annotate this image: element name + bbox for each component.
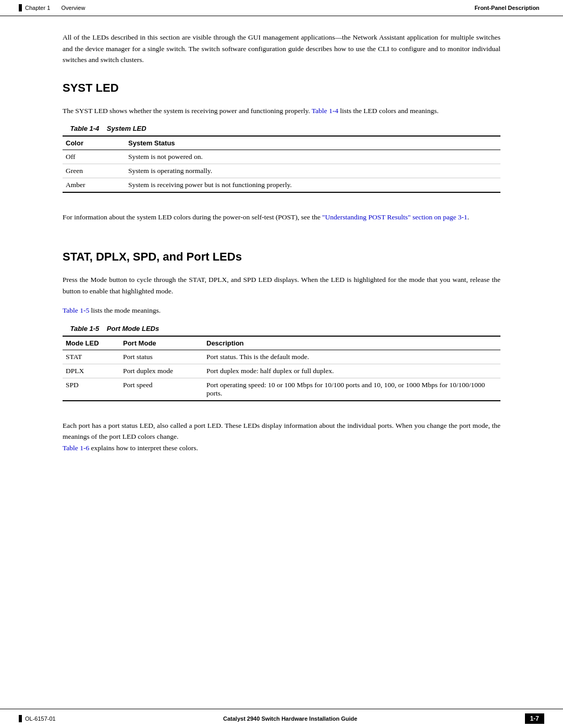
stat-text3-suffix: explains how to interpret these colors. [89, 444, 198, 452]
table-1-5-title: Port Mode LEDs [107, 325, 159, 332]
main-content: All of the LEDs described in this sectio… [0, 21, 563, 493]
table-label-prefix: Table [63, 125, 90, 132]
stat-paragraph1: Press the Mode button to cycle through t… [63, 274, 500, 297]
table-1-5-col3-header: Description [203, 336, 500, 350]
spacer1 [63, 203, 500, 212]
table-1-5: Mode LED Port Mode Description STAT Port… [63, 336, 500, 401]
table-1-5-label: Table 1-5 Port Mode LEDs [63, 325, 500, 332]
header-left-icon [19, 4, 22, 11]
table-1-4-label: Table 1-4 System LED [63, 125, 500, 132]
stat-paragraph3: Each port has a port status LED, also ca… [63, 420, 500, 454]
header-right-label: Front-Panel Description [474, 5, 540, 11]
spacer2 [63, 231, 500, 240]
table-row: Amber System is receiving power but is n… [63, 178, 500, 193]
footer-page-number: 1-7 [525, 713, 544, 724]
stat-text2-suffix: lists the mode meanings. [89, 306, 161, 314]
footer-left-label: OL-6157-01 [25, 715, 56, 722]
stat-row1-col2: Port status [120, 350, 203, 364]
stat-row1-col1: STAT [63, 350, 120, 364]
footer-left: OL-6157-01 [19, 715, 56, 722]
syst-table-row3-col2: System is receiving power but is not fun… [125, 178, 500, 193]
page: Chapter 1 Overview Front-Panel Descripti… [0, 0, 563, 728]
table-1-4-title: System LED [107, 125, 146, 132]
syst-table-row3-col1: Amber [63, 178, 125, 193]
stat-row2-col3: Port duplex mode: half duplex or full du… [203, 364, 500, 378]
syst-table-row1-col1: Off [63, 150, 125, 164]
table-1-5-col1-header: Mode LED [63, 336, 120, 350]
stat-row2-col2: Port duplex mode [120, 364, 203, 378]
stat-text1: Press the Mode button to cycle through t… [63, 276, 500, 295]
footer-center: Catalyst 2940 Switch Hardware Installati… [223, 715, 357, 722]
footer-page-num-text: 1-7 [530, 715, 539, 722]
stat-row2-col1: DPLX [63, 364, 120, 378]
stat-row1-col3: Port status. This is the default mode. [203, 350, 500, 364]
intro-text: All of the LEDs described in this sectio… [63, 33, 500, 64]
post-paragraph: For information about the system LED col… [63, 212, 500, 223]
table-row: STAT Port status Port status. This is th… [63, 350, 500, 364]
post-link[interactable]: "Understanding POST Results" section on … [322, 213, 468, 221]
syst-table-row1-col2: System is not powered on. [125, 150, 500, 164]
header-chapter-title: Overview [61, 5, 85, 11]
stat-text3: Each port has a port status LED, also ca… [63, 422, 500, 441]
syst-led-suffix: lists the LED colors and meanings. [338, 107, 438, 115]
post-text: For information about the system LED col… [63, 213, 321, 221]
stat-paragraph2: Table 1-5 lists the mode meanings. [63, 305, 500, 316]
spacer3 [63, 412, 500, 420]
table-1-5-col2-header: Port Mode [120, 336, 203, 350]
header-right: Front-Panel Description [474, 5, 544, 11]
syst-led-paragraph: The SYST LED shows whether the system is… [63, 105, 500, 117]
table-row: Off System is not powered on. [63, 150, 500, 164]
footer-left-icon [19, 715, 22, 722]
table-1-4-link[interactable]: Table 1-4 [312, 107, 338, 115]
syst-led-heading: SYST LED [63, 81, 500, 95]
syst-led-text: The SYST LED shows whether the system is… [63, 107, 310, 115]
table-row: DPLX Port duplex mode Port duplex mode: … [63, 364, 500, 378]
table-5-label-prefix: Table [63, 325, 90, 332]
table-1-5-num: 1-5 [90, 325, 100, 332]
table-row: SPD Port speed Port operating speed: 10 … [63, 378, 500, 401]
stat-row3-col2: Port speed [120, 378, 203, 401]
header-bar: Chapter 1 Overview Front-Panel Descripti… [0, 0, 563, 16]
syst-table-row2-col2: System is operating normally. [125, 164, 500, 178]
header-chapter-label: Chapter 1 [25, 5, 50, 11]
syst-table-row2-col1: Green [63, 164, 125, 178]
stat-row3-col1: SPD [63, 378, 120, 401]
post-suffix: . [468, 213, 469, 221]
footer-bar: OL-6157-01 Catalyst 2940 Switch Hardware… [0, 709, 563, 728]
table-1-6-link[interactable]: Table 1-6 [63, 444, 89, 452]
table-1-4-col1-header: Color [63, 136, 125, 150]
table-1-4: Color System Status Off System is not po… [63, 135, 500, 193]
stat-section-heading: STAT, DPLX, SPD, and Port LEDs [63, 250, 500, 264]
stat-row3-col3: Port operating speed: 10 or 100 Mbps for… [203, 378, 500, 401]
footer-center-label: Catalyst 2940 Switch Hardware Installati… [223, 715, 357, 722]
table-1-4-num: 1-4 [90, 125, 100, 132]
intro-paragraph: All of the LEDs described in this sectio… [63, 32, 500, 66]
table-1-5-link[interactable]: Table 1-5 [63, 306, 89, 314]
table-row: Green System is operating normally. [63, 164, 500, 178]
header-left: Chapter 1 Overview [19, 4, 85, 11]
table-1-4-col2-header: System Status [125, 136, 500, 150]
